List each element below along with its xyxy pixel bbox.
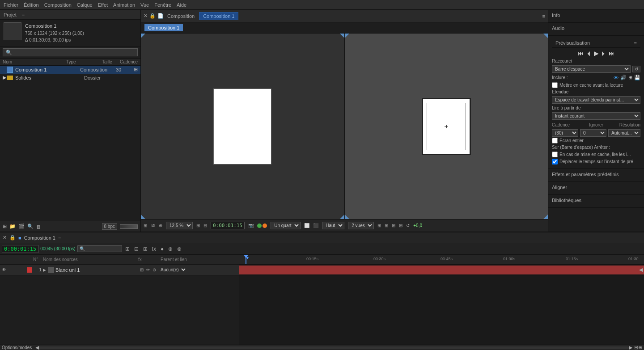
include-icon-save[interactable]: 💾 — [634, 75, 640, 80]
playback-last-btn[interactable]: ⏭ — [609, 50, 615, 57]
viewer-icon-extra2[interactable]: ⊞ — [385, 223, 388, 228]
comp-name-meta: Composition 1 — [25, 22, 84, 30]
playback-next-btn[interactable]: ⏵ — [601, 50, 607, 57]
timeline-btn-1[interactable]: ⊞ — [124, 245, 131, 253]
layer-expand-btn[interactable]: ▶ — [43, 268, 46, 272]
layer-pen-icon[interactable]: ✏ — [146, 267, 153, 272]
lire-select[interactable]: Instant courant — [552, 112, 640, 120]
menu-vue[interactable]: Vue — [140, 2, 149, 8]
cadence-header-row: Cadence Ignorer Résolution — [552, 122, 640, 128]
menu-fichier[interactable]: Fichier — [4, 2, 18, 8]
include-icon-grid[interactable]: ⊞ — [628, 75, 632, 80]
quarter-select[interactable]: Un quart — [271, 222, 301, 229]
preview-menu-icon[interactable]: ≡ — [634, 40, 637, 46]
new-footage-icon[interactable]: 🎬 — [18, 223, 25, 229]
track-row-1: ◀ — [239, 265, 644, 275]
viewer-icon-extra3[interactable]: ⊞ — [392, 223, 395, 228]
comp-close-btn[interactable]: ✕ — [144, 13, 148, 19]
zoom-fit-icon[interactable]: ⊞ — [196, 223, 200, 228]
viewer-pane: + — [141, 34, 548, 219]
zoom-select[interactable]: 12,5 % — [166, 222, 193, 229]
etendue-select[interactable]: Espace de travail étendu par inst... — [552, 96, 640, 104]
scroll-track[interactable] — [39, 346, 629, 349]
playback-prev-btn[interactable]: ⏴ — [586, 50, 592, 57]
sur-label: Sur (Barre d'espace) Arrêter : — [552, 145, 640, 150]
menu-animation[interactable]: Animation — [113, 2, 135, 8]
timeline-btn-5[interactable]: ● — [159, 245, 165, 253]
timeline-btn-3[interactable]: ⊞ — [142, 245, 149, 253]
timeline-btn-6[interactable]: ⊕ — [167, 245, 174, 253]
layer-parent-icon2[interactable]: ⊞ — [140, 267, 146, 272]
viewer-icon-mask[interactable]: ⊕ — [159, 223, 162, 228]
playback-first-btn[interactable]: ⏮ — [578, 50, 584, 57]
resolution-select[interactable]: Automat... — [608, 129, 640, 137]
layer-type-icon — [48, 267, 54, 273]
deplacer-checkbox[interactable] — [552, 159, 558, 164]
timeline-btn-4[interactable]: fx — [151, 245, 157, 253]
comp-tab-label[interactable]: Composition 1 — [144, 24, 183, 31]
lire-select-row: Instant courant — [552, 112, 640, 120]
find-icon[interactable]: 🔍 — [27, 223, 34, 229]
include-icon-audio[interactable]: 🔊 — [620, 75, 627, 80]
include-icon-eye[interactable]: 👁 — [614, 75, 619, 80]
en-cas-checkbox[interactable] — [552, 152, 558, 157]
project-table-body: Composition 1 Composition 30 ⊞ ▶ Solides… — [0, 66, 140, 221]
cadence-select[interactable]: (30) — [552, 129, 578, 137]
playback-play-btn[interactable]: ▶ — [594, 50, 599, 57]
timeline-btn-2[interactable]: ⊟ — [133, 245, 140, 253]
menu-edition[interactable]: Édition — [24, 2, 39, 8]
comp-tab[interactable]: Composition 1 — [199, 12, 238, 20]
corner-br — [340, 215, 344, 219]
table-row[interactable]: ▶ Solides Dossier — [0, 74, 140, 82]
ruler-30s: 00:30s — [373, 257, 386, 261]
timeline-timecode[interactable]: 0:00:01:15 — [2, 245, 38, 253]
viewer-icon-extra1[interactable]: ⊞ — [377, 223, 381, 228]
parent-select[interactable]: Aucun(e) — [158, 267, 187, 273]
zoom-region-icon[interactable]: ⊟ — [203, 223, 207, 228]
layer-row[interactable]: 👁 1 ▶ Blanc uni 1 ⊞ ✏ ⊙ Aucun(e) — [0, 265, 239, 275]
cache-checkbox[interactable] — [552, 82, 558, 88]
timeline-comp-name: Composition 1 — [24, 235, 55, 240]
shortcut-reset-btn[interactable]: ↺ — [632, 66, 640, 72]
menu-composition[interactable]: Composition — [44, 2, 72, 8]
layer-eye-btn[interactable]: 👁 — [2, 267, 8, 272]
project-menu-icon[interactable]: ≡ — [22, 12, 25, 17]
bpc-badge: 8 bpc — [102, 223, 117, 230]
scroll-left-btn[interactable]: ◀ — [35, 345, 39, 350]
comp-preview-bottom: + — [422, 98, 471, 155]
search-input[interactable] — [3, 48, 138, 56]
menu-effet[interactable]: Effet — [98, 2, 108, 8]
timeline-close-btn[interactable]: ✕ — [3, 235, 7, 240]
timeline-btn-7[interactable]: ⊗ — [176, 245, 183, 253]
scroll-right-btn[interactable]: ▶ — [629, 345, 632, 350]
menu-aide[interactable]: Aide — [177, 2, 186, 8]
menu-fenetre[interactable]: Fenêtre — [154, 2, 171, 8]
quality-select[interactable]: Haut — [322, 222, 344, 229]
ignorer-select[interactable]: 0 — [580, 129, 606, 137]
playhead[interactable] — [246, 255, 246, 264]
timeline-search[interactable] — [77, 245, 122, 252]
viewer-icon-monitor[interactable]: 🖥 — [151, 223, 155, 228]
new-comp-icon[interactable]: ⊞ — [3, 223, 7, 229]
shortcut-select[interactable]: Barre d'espace — [552, 65, 631, 73]
viewer-icon-extra4[interactable]: ⊞ — [399, 223, 402, 228]
delete-icon[interactable]: 🗑 — [36, 224, 41, 229]
timeline-menu-icon[interactable]: ≡ — [58, 235, 61, 240]
parent-icon: ⊙ — [153, 267, 156, 272]
new-folder-icon[interactable]: 📁 — [9, 223, 16, 229]
zoom-out-btn[interactable]: ⊟ — [634, 345, 638, 350]
menu-calque[interactable]: Calque — [77, 2, 93, 8]
ecran-checkbox[interactable] — [552, 138, 558, 143]
table-row[interactable]: Composition 1 Composition 30 ⊞ — [0, 66, 140, 74]
views-select[interactable]: 2 vues — [348, 222, 374, 229]
viewer-icon-extra5[interactable]: ↺ — [406, 223, 410, 228]
snapshot-icon[interactable]: 📷 — [248, 223, 254, 228]
viewer-menu-btn[interactable]: ≡ — [542, 13, 545, 19]
viewer-timecode[interactable]: 0:00:01:15 — [211, 222, 245, 229]
options-modes-btn[interactable]: Options/modes — [2, 345, 32, 350]
project-thumbnail — [4, 22, 21, 40]
zoom-in-btn[interactable]: ⊕ — [638, 345, 642, 350]
viewer-icon-grid[interactable]: ⊞ — [144, 223, 147, 228]
layer-name: Blanc uni 1 — [55, 267, 140, 273]
track-bar-1[interactable] — [239, 266, 644, 274]
